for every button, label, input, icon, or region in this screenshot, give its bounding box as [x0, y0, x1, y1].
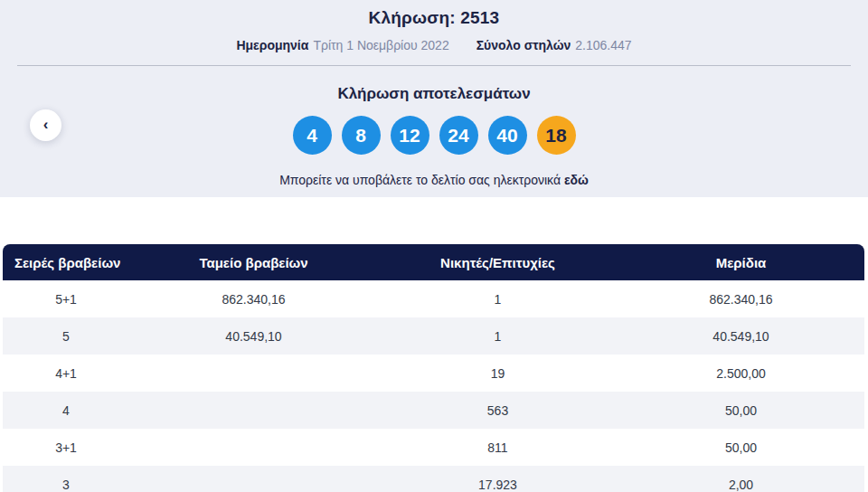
- number-ball-3: 12: [391, 116, 429, 155]
- prize-table-section: Σειρές βραβείων Ταμείο βραβείων Νικητές/…: [0, 244, 868, 492]
- number-ball-2: 8: [342, 116, 381, 155]
- cell-winners: 1: [378, 317, 618, 355]
- draw-meta: ΗμερομηνίαΤρίτη 1 Νοεμβρίου 2022 Σύνολο …: [0, 38, 868, 52]
- cell-fund: 862.340,16: [129, 280, 378, 317]
- number-ball-5: 40: [488, 116, 527, 155]
- table-row: 4+1 19 2.500,00: [3, 355, 864, 392]
- bonus-number-ball: 18: [537, 116, 576, 155]
- prize-table: Σειρές βραβείων Ταμείο βραβείων Νικητές/…: [3, 244, 864, 492]
- submit-slip-note-text: Μπορείτε να υποβάλετε το δελτίο σας ηλεκ…: [279, 173, 564, 187]
- cell-fund: [129, 429, 378, 466]
- cell-winners: 811: [378, 429, 618, 466]
- cell-fund: 40.549,10: [129, 317, 378, 355]
- table-row: 4 563 50,00: [3, 392, 864, 429]
- submit-slip-note: Μπορείτε να υποβάλετε το δελτίο σας ηλεκ…: [0, 173, 868, 187]
- cell-tier: 5: [3, 317, 129, 355]
- draw-date-value: Τρίτη 1 Νοεμβρίου 2022: [313, 38, 448, 52]
- table-row: 5 40.549,10 1 40.549,10: [3, 317, 864, 355]
- divider: [17, 65, 851, 66]
- results-heading: Κλήρωση αποτελεσμάτων: [0, 85, 868, 103]
- cell-share: 862.340,16: [618, 280, 864, 317]
- table-row: 3 17.923 2,00: [3, 466, 864, 492]
- cell-share: 2.500,00: [618, 355, 864, 392]
- header-prize-tiers: Σειρές βραβείων: [3, 244, 129, 280]
- total-columns-value: 2.106.447: [575, 38, 631, 52]
- cell-fund: [129, 392, 378, 429]
- total-columns-label: Σύνολο στηλών: [476, 38, 571, 52]
- total-columns: Σύνολο στηλών2.106.447: [476, 38, 632, 52]
- chevron-left-icon: ‹: [43, 117, 49, 132]
- cell-winners: 563: [378, 392, 618, 429]
- cell-fund: [129, 466, 378, 492]
- draw-title: Κλήρωση: 2513: [0, 8, 868, 28]
- cell-tier: 3: [3, 466, 129, 492]
- cell-tier: 4+1: [3, 355, 129, 392]
- cell-winners: 17.923: [378, 466, 618, 492]
- prize-table-header-row: Σειρές βραβείων Ταμείο βραβείων Νικητές/…: [3, 244, 864, 280]
- submit-slip-link[interactable]: εδώ: [564, 173, 589, 187]
- cell-share: 2,00: [618, 466, 864, 492]
- cell-tier: 4: [3, 392, 129, 429]
- table-row: 3+1 811 50,00: [3, 429, 864, 466]
- cell-fund: [129, 355, 378, 392]
- header-prize-fund: Ταμείο βραβείων: [129, 244, 378, 280]
- cell-share: 50,00: [618, 429, 864, 466]
- header-shares: Μερίδια: [618, 244, 864, 280]
- draw-date: ΗμερομηνίαΤρίτη 1 Νοεμβρίου 2022: [236, 38, 448, 52]
- cell-share: 40.549,10: [618, 317, 864, 355]
- cell-share: 50,00: [618, 392, 864, 429]
- header-winners: Νικητές/Επιτυχίες: [378, 244, 618, 280]
- draw-summary-panel: Κλήρωση: 2513 ΗμερομηνίαΤρίτη 1 Νοεμβρίο…: [0, 0, 868, 197]
- number-ball-4: 24: [439, 116, 478, 155]
- number-ball-1: 4: [293, 116, 332, 155]
- drawn-numbers: 4 8 12 24 40 18: [0, 116, 868, 155]
- table-row: 5+1 862.340,16 1 862.340,16: [3, 280, 864, 317]
- cell-tier: 3+1: [3, 429, 129, 466]
- cell-winners: 1: [378, 280, 618, 317]
- cell-winners: 19: [378, 355, 618, 392]
- previous-draw-button[interactable]: ‹: [30, 109, 61, 141]
- cell-tier: 5+1: [3, 280, 129, 317]
- draw-date-label: Ημερομηνία: [236, 38, 308, 52]
